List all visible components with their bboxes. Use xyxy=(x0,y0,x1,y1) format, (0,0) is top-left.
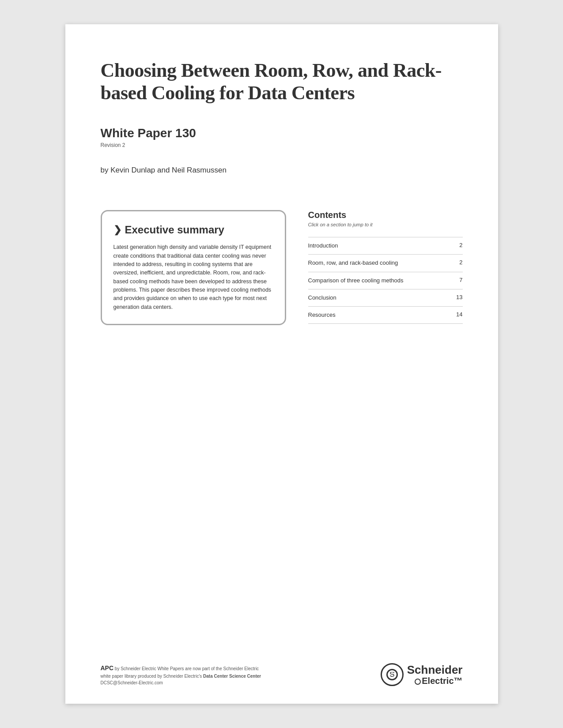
page-title: Choosing Between Room, Row, and Rack-bas… xyxy=(101,60,463,104)
schneider-electric-text: Electric xyxy=(422,676,453,686)
exec-summary-heading: Executive summary xyxy=(125,224,224,236)
revision-label: Revision 2 xyxy=(101,142,463,148)
toc-label-conclusion: Conclusion xyxy=(308,294,454,302)
schneider-electric-label: Electric™ xyxy=(407,676,463,686)
toc-item-comparison[interactable]: Comparison of three cooling methods 7 xyxy=(308,272,463,289)
author-section: by Kevin Dunlap and Neil Rasmussen xyxy=(101,166,463,175)
toc-page-room-row-rack: 2 xyxy=(454,259,463,266)
data-center-science-center: Data Center Science Center xyxy=(203,674,261,679)
exec-summary-title: ❯ Executive summary xyxy=(113,224,273,236)
toc-page-conclusion: 13 xyxy=(454,294,463,300)
document-page: Choosing Between Room, Row, and Rack-bas… xyxy=(65,24,498,704)
footer-left: APC by Schneider Electric White Papers a… xyxy=(101,664,313,686)
executive-summary-box: ❯ Executive summary Latest generation hi… xyxy=(101,210,286,325)
schneider-text-block: Schneider Electric™ xyxy=(407,664,463,686)
contents-subtitle: Click on a section to jump to it xyxy=(308,222,463,227)
exec-summary-body: Latest generation high density and varia… xyxy=(113,243,273,311)
toc-label-introduction: Introduction xyxy=(308,242,454,250)
toc-item-introduction[interactable]: Introduction 2 xyxy=(308,237,463,254)
schneider-inner-circle xyxy=(386,669,398,680)
toc-label-comparison: Comparison of three cooling methods xyxy=(308,277,454,285)
toc-page-resources: 14 xyxy=(454,311,463,318)
schneider-name: Schneider xyxy=(407,664,463,676)
toc-item-conclusion[interactable]: Conclusion 13 xyxy=(308,289,463,306)
footer: APC by Schneider Electric White Papers a… xyxy=(101,663,463,686)
white-paper-section: White Paper 130 Revision 2 xyxy=(101,126,463,148)
footer-description: by Schneider Electric White Papers are n… xyxy=(101,666,261,679)
toc-item-room-row-rack[interactable]: Room, row, and rack-based cooling 2 xyxy=(308,255,463,271)
schneider-logo: Schneider Electric™ xyxy=(381,663,463,686)
footer-email: DCSC@Schneider-Electric.com xyxy=(101,680,163,685)
author-label: by Kevin Dunlap and Neil Rasmussen xyxy=(101,166,463,175)
schneider-symbol-icon xyxy=(381,663,404,686)
white-paper-label: White Paper 130 xyxy=(101,126,463,140)
toc-label-room-row-rack: Room, row, and rack-based cooling xyxy=(308,259,454,267)
toc-item-resources[interactable]: Resources 14 xyxy=(308,307,463,323)
electric-circle-icon xyxy=(415,679,421,685)
contents-section: Contents Click on a section to jump to i… xyxy=(308,210,463,325)
schneider-s-glyph xyxy=(389,672,395,677)
schneider-logo-wrapper: Schneider Electric™ xyxy=(381,663,463,686)
toc-label-resources: Resources xyxy=(308,311,454,319)
content-row: ❯ Executive summary Latest generation hi… xyxy=(101,210,463,325)
arrow-icon: ❯ xyxy=(113,224,121,236)
footer-apc-text: APC by Schneider Electric White Papers a… xyxy=(101,664,313,686)
toc-page-comparison: 7 xyxy=(454,277,463,283)
toc-divider-5 xyxy=(308,323,463,324)
footer-right: Schneider Electric™ xyxy=(381,663,463,686)
apc-brand: APC xyxy=(101,664,114,672)
toc-page-introduction: 2 xyxy=(454,242,463,248)
contents-title: Contents xyxy=(308,210,463,220)
